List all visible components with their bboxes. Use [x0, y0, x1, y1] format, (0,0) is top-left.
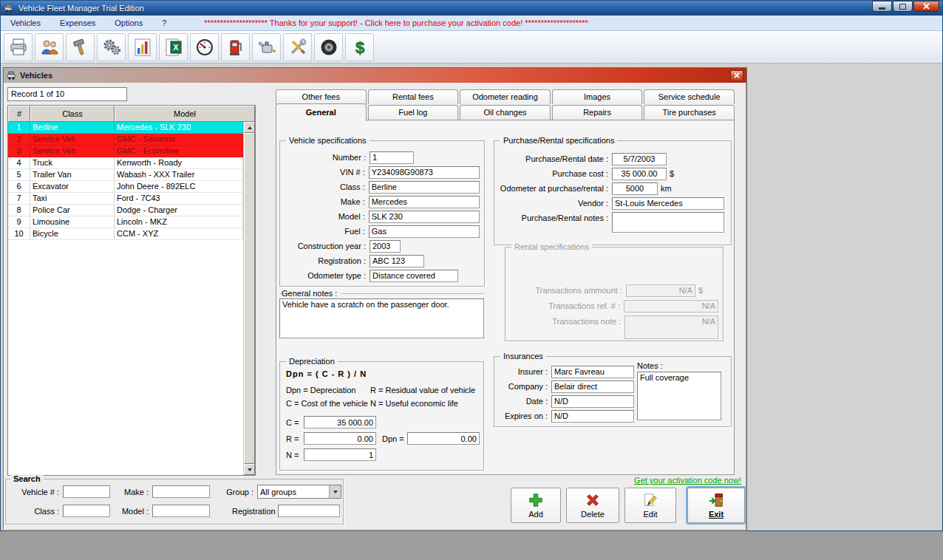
add-button-label: Add — [528, 510, 543, 519]
vendor-input[interactable] — [612, 197, 724, 210]
insurance-notes-input[interactable]: Full coverage — [637, 372, 721, 420]
tab-general[interactable]: General — [276, 103, 367, 121]
search-make-input[interactable] — [152, 485, 210, 498]
menu-options[interactable]: Options — [105, 16, 152, 31]
toolbar-oil-change-button[interactable] — [252, 33, 281, 61]
close-button[interactable] — [913, 1, 939, 12]
toolbar-reports-button[interactable] — [128, 33, 157, 61]
c-input[interactable] — [304, 416, 376, 428]
toolbar-tools-button[interactable] — [283, 33, 312, 61]
menu-expenses[interactable]: Expenses — [50, 16, 105, 31]
table-row[interactable]: 4TruckKenworth - Roady — [8, 157, 243, 169]
header-class[interactable]: Class — [30, 106, 115, 122]
cell-class: Berline — [30, 122, 115, 134]
purchase-notes-input[interactable] — [612, 212, 724, 233]
insurer-input[interactable] — [551, 366, 634, 378]
scrollbar-thumb[interactable] — [244, 133, 255, 464]
construction-year-input[interactable] — [370, 240, 401, 253]
number-input[interactable] — [370, 151, 414, 164]
general-notes-input[interactable]: Vehicle have a scratch on the passenger … — [279, 298, 484, 338]
toolbar-tires-button[interactable] — [314, 33, 343, 61]
excel-icon: X — [164, 38, 183, 57]
maximize-button[interactable] — [893, 1, 913, 12]
fuel-input[interactable] — [369, 225, 480, 238]
cell-class: Limousine — [30, 216, 115, 228]
cell-num: 7 — [8, 193, 30, 205]
table-row[interactable]: 3Service VehGMC - Econoline — [8, 146, 243, 157]
search-registration-input[interactable] — [278, 505, 340, 517]
toolbar: X $ — [1, 31, 942, 64]
purchase-cost-input[interactable] — [612, 168, 667, 180]
add-button[interactable]: Add — [511, 488, 561, 523]
minimize-button[interactable] — [872, 1, 892, 12]
tab-rental-fees[interactable]: Rental fees — [368, 89, 459, 104]
bar-chart-icon — [133, 38, 152, 57]
tab-other-fees[interactable]: Other fees — [276, 89, 367, 104]
toolbar-odometer-button[interactable] — [190, 33, 219, 61]
vehicles-window-icon — [7, 70, 17, 81]
insurance-date-input[interactable] — [551, 395, 634, 408]
purchase-activation-banner[interactable]: ******************** Thanks for your sup… — [204, 18, 588, 27]
toolbar-workshop-button[interactable] — [66, 33, 95, 61]
tab-service-schedule[interactable]: Service schedule — [644, 89, 735, 104]
toolbar-fuel-button[interactable] — [221, 33, 250, 61]
table-row[interactable]: 7TaxiFord - 7C43 — [8, 193, 243, 205]
toolbar-contacts-button[interactable] — [35, 33, 64, 61]
contacts-icon — [40, 38, 59, 57]
tab-images[interactable]: Images — [552, 89, 643, 104]
dpn-input[interactable] — [407, 432, 480, 445]
tab-tire-purchases[interactable]: Tire purchases — [644, 105, 735, 120]
edit-button[interactable]: Edit — [624, 488, 676, 523]
menu-help[interactable]: ? — [152, 16, 176, 31]
expires-on-input[interactable] — [551, 410, 634, 423]
search-class-input[interactable] — [63, 505, 110, 517]
model-input[interactable] — [369, 211, 480, 223]
tab-odometer-reading[interactable]: Odometer reading — [460, 89, 551, 104]
table-row[interactable]: 6ExcavatorJohn Deere - 892ELC — [8, 181, 243, 193]
purchase-date-input[interactable] — [612, 153, 667, 165]
menu-vehicles[interactable]: Vehicles — [1, 16, 50, 31]
vehicles-close-button[interactable] — [730, 70, 743, 81]
close-icon — [734, 72, 740, 78]
app-titlebar: Vehicle Fleet Manager Trial Edition — [1, 1, 942, 16]
table-row[interactable]: 10BicycleCCM - XYZ — [8, 228, 243, 240]
tab-repairs[interactable]: Repairs — [552, 105, 643, 120]
minimize-icon — [879, 7, 885, 10]
search-vehicle-num-input[interactable] — [63, 485, 110, 498]
header-model[interactable]: Model — [115, 106, 255, 122]
group-legend: Vehicle specifications — [286, 136, 370, 146]
gauge-icon — [195, 38, 214, 57]
odometer-at-purchase-input[interactable] — [612, 182, 658, 195]
search-model-input[interactable] — [152, 505, 210, 517]
table-row[interactable]: 5Trailer VanWabash - XXX Trailer — [8, 169, 243, 181]
cell-num: 3 — [8, 146, 30, 157]
scroll-down-button[interactable] — [244, 464, 255, 475]
n-input[interactable] — [304, 448, 376, 461]
exit-button[interactable]: Exit — [687, 488, 745, 523]
company-input[interactable] — [551, 380, 634, 393]
toolbar-excel-export-button[interactable]: X — [159, 33, 188, 61]
toolbar-printer-button[interactable] — [4, 33, 33, 61]
delete-button[interactable]: Delete — [566, 488, 619, 523]
activation-code-link[interactable]: Get your activation code now! — [634, 476, 741, 485]
purchase-cost-label: Purchase cost : — [499, 169, 608, 178]
tab-oil-changes[interactable]: Oil changes — [460, 105, 551, 120]
table-row[interactable]: 1BerlineMercedes - SLK 230 — [8, 122, 243, 134]
cell-class: Service Veh — [30, 146, 115, 157]
table-row[interactable]: 9LimousineLincoln - MKZ — [8, 216, 243, 228]
toolbar-settings-button[interactable] — [97, 33, 126, 61]
r-input[interactable] — [304, 432, 376, 445]
vin-input[interactable] — [369, 166, 480, 179]
table-row[interactable]: 8Police CarDodge - Charger — [8, 205, 243, 216]
scroll-up-button[interactable] — [244, 122, 255, 133]
search-group-select[interactable]: All groups — [257, 485, 341, 499]
toolbar-expenses-button[interactable]: $ — [345, 33, 374, 61]
class-input[interactable] — [369, 181, 480, 194]
odometer-type-input[interactable] — [370, 270, 458, 282]
header-num[interactable]: # — [8, 106, 30, 122]
make-input[interactable] — [369, 196, 480, 208]
r-label: R = — [286, 434, 299, 443]
registration-input[interactable] — [370, 255, 424, 267]
tab-fuel-log[interactable]: Fuel log — [368, 105, 459, 120]
table-row[interactable]: 2Service VehGMC - Savanna — [8, 134, 243, 146]
